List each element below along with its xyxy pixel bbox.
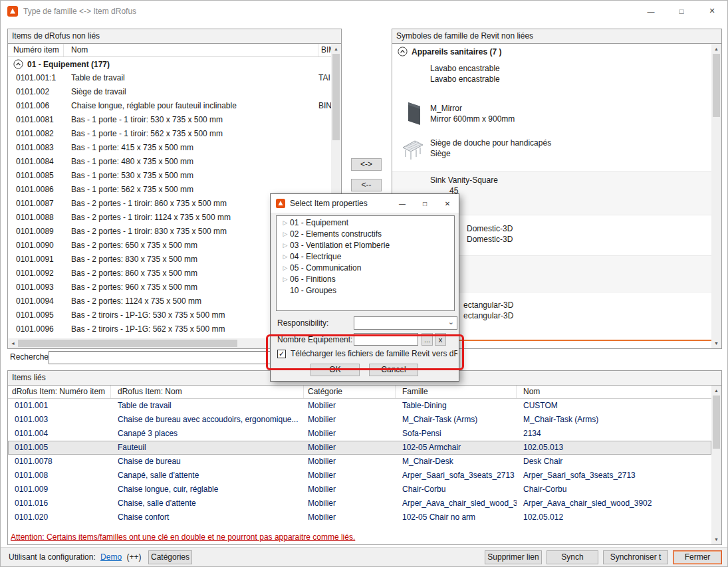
table-row[interactable]: 0101.004Canapé 3 placesMobilierSofa-Pens… [8, 427, 711, 441]
table-row[interactable]: 0101.001:1Table de travailTAI [8, 71, 331, 85]
scroll-up-icon[interactable]: ▲ [711, 386, 721, 396]
name-cell: Arper_Aava_chair_sled_wood_3902 [517, 497, 711, 510]
unlink-items-button[interactable]: <-- [351, 179, 382, 191]
table-row[interactable]: 0101.020Chaise confortMobilier102-05 Cha… [8, 510, 711, 524]
dialog-titlebar: Select Item properties — □ ✕ [271, 194, 459, 213]
column-categorie[interactable]: Catégorie [304, 386, 396, 398]
tree-item[interactable]: ▷03 - Ventilation et Plomberie [277, 240, 454, 251]
column-bim[interactable]: BIM [318, 44, 331, 57]
family-name[interactable]: ectangular-3D [463, 300, 513, 310]
nom-cell: Canapé, salle d'attente [111, 469, 304, 483]
table-row[interactable]: 0101.0084Bas - 1 porte: 480 x 735 x 500 … [8, 155, 331, 169]
column-famille[interactable]: Famille [396, 386, 517, 398]
scroll-down-icon[interactable]: ▼ [711, 534, 721, 544]
tree-item[interactable]: ▷05 - Communication [277, 263, 454, 274]
family-type[interactable]: ectangular-3D [463, 311, 513, 320]
expand-triangle-icon[interactable]: ▷ [281, 240, 290, 251]
maximize-button[interactable]: □ [666, 1, 697, 21]
table-row[interactable]: 0101.002Siège de travail [8, 85, 331, 99]
scroll-up-icon[interactable]: ▲ [711, 44, 721, 54]
family-name[interactable]: Domestic-3D [467, 224, 513, 233]
dialog-minimize-button[interactable]: — [391, 194, 414, 213]
link-items-button[interactable]: <-> [351, 158, 382, 171]
scrollbar-thumb[interactable] [18, 340, 237, 347]
famille-cell: Table-Dining [396, 399, 517, 413]
family-type[interactable]: Mirror 600mm x 900mm [430, 114, 515, 124]
family-type[interactable]: Siège [430, 149, 451, 158]
minimize-button[interactable]: — [636, 1, 666, 21]
nombre-equipement-input[interactable] [354, 333, 418, 346]
categories-button[interactable]: Catégories [148, 550, 192, 564]
table-row[interactable]: 0101.001Table de travailMobilierTable-Di… [8, 399, 711, 413]
configuration-link[interactable]: Demo [100, 552, 122, 562]
column-nom[interactable]: Nom [64, 44, 318, 57]
scrollbar-thumb[interactable] [332, 54, 340, 140]
revit-symbols-panel-title: Symboles de famille de Revit non liées [392, 29, 721, 44]
scroll-up-icon[interactable]: ▲ [331, 44, 341, 54]
group-row-appareils[interactable]: Appareils sanitaires (7 ) [398, 47, 501, 57]
table-row[interactable]: 0101.003Chaise de bureau avec accoudoirs… [8, 413, 711, 427]
cancel-button[interactable]: Cancel [369, 364, 418, 376]
collapse-group-icon[interactable] [398, 47, 408, 57]
download-families-checkbox[interactable]: ✓ [277, 350, 286, 358]
num-cell: 0101.016 [8, 497, 111, 510]
close-dialog-button[interactable]: Fermer [673, 550, 722, 564]
table-row[interactable]: 0101.0078Chaise de bureauMobilierM_Chair… [8, 455, 711, 469]
family-name[interactable]: Siège de douche pour handicapés [430, 138, 551, 148]
family-type[interactable]: Lavabo encastrable [430, 74, 500, 84]
scrollbar-thumb[interactable] [713, 396, 720, 449]
shower-seat-thumbnail-icon [402, 137, 424, 166]
synchronize-all-button[interactable]: Synchroniser t [603, 550, 668, 564]
tree-item[interactable]: ▷04 - Electrique [277, 251, 454, 263]
nom-cell: Canapé 3 places [111, 427, 304, 441]
nom-cell: Chaise longue, réglable pour fauteuil in… [64, 99, 318, 113]
vertical-scrollbar[interactable]: ▲ ▼ [711, 386, 721, 544]
num-cell: 0101.008 [8, 469, 111, 483]
scrollbar-thumb[interactable] [713, 54, 720, 117]
vertical-scrollbar[interactable]: ▲ ▼ [711, 44, 721, 348]
column-drofus-nom[interactable]: dRofus Item: Nom [111, 386, 304, 398]
scroll-down-icon[interactable]: ▼ [711, 338, 721, 348]
table-row[interactable]: 0101.016Chaise, salle d'attenteMobilierA… [8, 497, 711, 510]
tree-item[interactable]: ▷02 - Elements constructifs [277, 229, 454, 240]
column-nom[interactable]: Nom [517, 386, 711, 398]
column-drofus-numero[interactable]: dRofus Item: Numéro item [8, 386, 111, 398]
table-row[interactable]: 0101.0083Bas - 1 porte: 415 x 735 x 500 … [8, 141, 331, 155]
browse-button[interactable]: ... [422, 333, 433, 346]
family-name[interactable]: Lavabo encastrable [430, 64, 500, 73]
responsibility-select[interactable]: ⌄ [354, 316, 457, 330]
table-row[interactable]: 0101.0081Bas - 1 porte - 1 tiroir: 530 x… [8, 113, 331, 127]
num-cell: 0101.0093 [8, 281, 64, 294]
close-button[interactable]: ✕ [697, 1, 727, 21]
column-numero-item[interactable]: Numéro item [8, 44, 64, 57]
table-row[interactable]: 0101.006Chaise longue, réglable pour fau… [8, 99, 331, 113]
expand-triangle-icon[interactable]: ▷ [281, 274, 290, 285]
remove-link-button[interactable]: Supprimer lien [485, 550, 542, 564]
expand-triangle-icon[interactable]: ▷ [281, 263, 290, 274]
table-row[interactable]: 0101.008Canapé, salle d'attenteMobilierA… [8, 469, 711, 483]
drofus-logo-icon [7, 6, 18, 17]
ok-button[interactable]: OK [310, 364, 360, 376]
tree-item[interactable]: ▷01 - Equipement [277, 217, 454, 229]
family-name[interactable]: Sink Vanity-Square [430, 175, 498, 185]
family-type[interactable]: Domestic-3D [467, 235, 513, 244]
tree-item[interactable]: ▷06 - Finitions [277, 274, 454, 285]
tree-item[interactable]: 10 - Groupes [277, 285, 454, 296]
bim-cell [318, 85, 331, 99]
table-row[interactable]: 0101.0082Bas - 1 porte - 1 tiroir: 562 x… [8, 127, 331, 141]
table-row[interactable]: 0101.0085Bas - 1 porte: 530 x 735 x 500 … [8, 169, 331, 183]
synch-button[interactable]: Synch [546, 550, 598, 564]
expand-triangle-icon[interactable]: ▷ [281, 217, 290, 229]
clear-button[interactable]: x [435, 333, 446, 346]
group-row-equipement[interactable]: 01 - Equipement (177) [8, 57, 331, 71]
family-name[interactable]: M_Mirror [430, 104, 462, 113]
table-row[interactable]: 0101.009Chaise longue, cuir, réglableMob… [8, 483, 711, 497]
dialog-close-button[interactable]: ✕ [436, 194, 459, 213]
nom-cell: Chaise, salle d'attente [111, 497, 304, 510]
scroll-left-icon[interactable]: ◄ [8, 338, 18, 348]
expand-triangle-icon[interactable]: ▷ [281, 251, 290, 263]
collapse-group-icon[interactable] [13, 59, 23, 69]
expand-triangle-icon[interactable]: ▷ [281, 229, 290, 240]
table-row-selected[interactable]: 0101.005FauteuilMobilier102-05 Armchair1… [8, 441, 711, 455]
dialog-maximize-button[interactable]: □ [414, 194, 436, 213]
